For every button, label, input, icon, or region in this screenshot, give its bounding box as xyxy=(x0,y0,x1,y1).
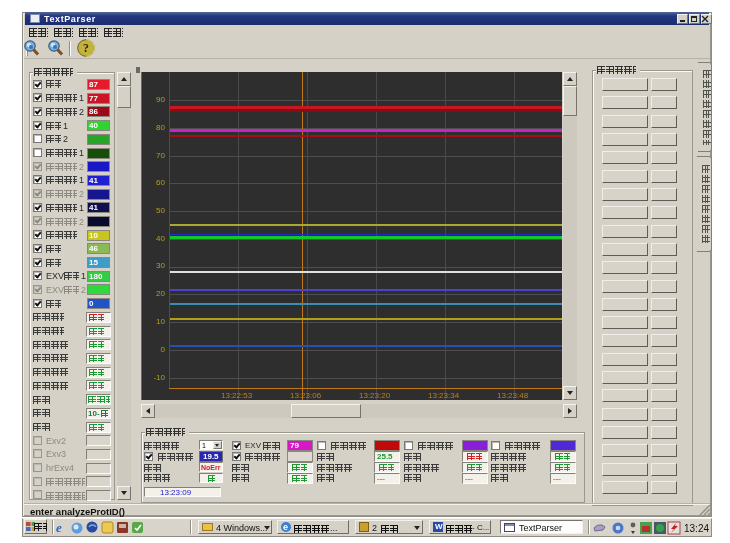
svg-text:e: e xyxy=(56,520,62,535)
svg-text:?: ? xyxy=(83,41,89,55)
